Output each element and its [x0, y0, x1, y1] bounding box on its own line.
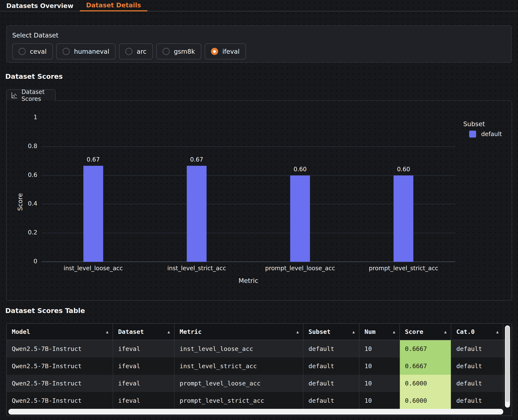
bar-prompt_level_loose_acc[interactable]	[290, 175, 310, 262]
y-tick-label: 0.8	[8, 142, 37, 150]
column-header-label: Metric	[180, 328, 202, 335]
cell-model: Qwen2.5-7B-Instruct	[7, 392, 113, 409]
gridline	[42, 233, 455, 233]
radio-option-arc[interactable]: arc	[119, 43, 153, 60]
legend-entry-label: default	[481, 131, 502, 138]
column-header-subset[interactable]: Subset ▲	[303, 324, 359, 340]
cell-metric: prompt_level_loose_acc	[175, 375, 303, 392]
cell-model: Qwen2.5-7B-Instruct	[7, 375, 113, 392]
cell-num: 10	[359, 357, 400, 375]
radio-option-gsm8k[interactable]: gsm8k	[156, 43, 201, 60]
sort-asc-icon: ▲	[444, 330, 447, 334]
select-dataset-card: Select Dataset ceval humaneval arc gsm8k…	[6, 25, 512, 63]
radio-icon	[63, 48, 70, 55]
radio-icon	[125, 48, 133, 55]
dataset-scores-chart-panel: 00.20.40.60.810.67inst_level_loose_acc0.…	[6, 100, 512, 300]
cell-subset: default	[303, 357, 359, 375]
column-header-label: Score	[405, 328, 423, 335]
radio-option-humaneval[interactable]: humaneval	[56, 43, 116, 60]
cell-num: 10	[359, 375, 400, 392]
top-tabbar: Datasets Overview Dataset Details	[0, 0, 518, 11]
x-tick-label: prompt_level_loose_acc	[245, 265, 355, 272]
radio-option-ifeval[interactable]: ifeval	[205, 43, 246, 60]
radio-option-label: arc	[137, 48, 147, 55]
cell-cat0: default	[451, 375, 503, 392]
gridline	[42, 175, 455, 176]
cell-metric: inst_level_loose_acc	[175, 340, 303, 357]
bar-inst_level_strict_acc[interactable]	[187, 166, 207, 262]
sort-asc-icon: ▲	[296, 330, 299, 334]
select-dataset-title: Select Dataset	[12, 32, 59, 39]
bar-inst_level_loose_acc[interactable]	[83, 166, 103, 262]
dataset-scores-heading: Dataset Scores	[5, 72, 63, 81]
bar-value-label: 0.60	[285, 166, 315, 173]
legend-entry-default[interactable]: default	[469, 131, 502, 138]
radio-option-label: gsm8k	[174, 48, 195, 55]
gridline	[42, 204, 455, 204]
horizontal-scrollbar[interactable]	[8, 409, 503, 414]
y-tick-label: 0	[8, 258, 37, 265]
cell-cat0: default	[451, 357, 503, 375]
column-header-label: Cat.0	[456, 328, 475, 335]
tab-datasets-overview[interactable]: Datasets Overview	[0, 0, 80, 11]
cell-subset: default	[303, 392, 359, 409]
y-tick-label: 0.2	[8, 229, 37, 236]
column-header-metric[interactable]: Metric ▲	[175, 324, 303, 340]
bar-value-label: 0.67	[79, 156, 108, 163]
cell-dataset: ifeval	[113, 375, 175, 392]
sort-asc-icon: ▲	[393, 330, 395, 334]
dataset-scores-table: Model ▲ Dataset ▲ Metric ▲ Subset ▲ Num …	[6, 323, 512, 416]
radio-icon	[163, 48, 170, 55]
column-header-label: Num	[364, 328, 376, 335]
tab-dataset-details[interactable]: Dataset Details	[80, 0, 148, 11]
cell-metric: inst_level_strict_acc	[175, 357, 303, 375]
scatter-chart-icon	[11, 92, 18, 99]
cell-score: 0.6667	[400, 357, 451, 375]
cell-num: 10	[359, 392, 400, 409]
column-header-score[interactable]: Score ▲	[400, 324, 451, 340]
cell-cat0: default	[451, 340, 503, 357]
dataset-radio-group: ceval humaneval arc gsm8k ifeval	[12, 43, 246, 60]
vertical-scrollbar[interactable]	[505, 325, 510, 408]
cell-model: Qwen2.5-7B-Instruct	[7, 340, 113, 357]
radio-option-label: ceval	[30, 48, 46, 55]
bar-prompt_level_strict_acc[interactable]	[393, 175, 413, 262]
x-tick-label: inst_level_loose_acc	[38, 265, 148, 272]
column-header-cat0[interactable]: Cat.0 ▲	[451, 324, 503, 340]
radio-option-ceval[interactable]: ceval	[12, 43, 53, 60]
sort-asc-icon: ▲	[353, 330, 355, 334]
column-header-num[interactable]: Num ▲	[359, 324, 400, 340]
chart-legend: Subset default	[463, 120, 502, 138]
cell-dataset: ifeval	[113, 340, 175, 357]
cell-metric: prompt_level_strict_acc	[175, 392, 303, 409]
x-tick-label: prompt_level_strict_acc	[349, 265, 458, 272]
bar-value-label: 0.60	[389, 166, 418, 173]
cell-num: 10	[359, 340, 400, 357]
sort-asc-icon: ▲	[106, 330, 108, 334]
radio-option-label: humaneval	[74, 48, 109, 55]
sort-asc-icon: ▲	[496, 330, 499, 334]
cell-model: Qwen2.5-7B-Instruct	[7, 357, 113, 375]
cell-cat0: default	[451, 392, 503, 409]
dataset-scores-table-heading: Dataset Scores Table	[5, 307, 85, 315]
column-header-dataset[interactable]: Dataset ▲	[113, 324, 175, 340]
dataset-details-page: Datasets Overview Dataset Details Select…	[0, 0, 518, 420]
column-header-model[interactable]: Model ▲	[7, 324, 113, 340]
radio-icon	[19, 48, 26, 55]
cell-score: 0.6000	[400, 375, 451, 392]
gridline	[42, 146, 455, 147]
bar-value-label: 0.67	[182, 156, 211, 163]
column-header-label: Model	[12, 328, 30, 335]
radio-option-label: ifeval	[222, 48, 240, 55]
chart-tab-dataset-scores[interactable]: Dataset Scores	[6, 89, 56, 101]
x-tick-label: inst_level_strict_acc	[142, 265, 252, 272]
cell-dataset: ifeval	[113, 357, 175, 375]
cell-score: 0.6000	[400, 392, 451, 409]
y-axis-title: Score	[16, 169, 24, 211]
table-grid: Model ▲ Dataset ▲ Metric ▲ Subset ▲ Num …	[7, 324, 512, 409]
column-header-label: Dataset	[118, 328, 144, 335]
chart-tab-label: Dataset Scores	[22, 89, 51, 102]
column-header-label: Subset	[309, 328, 331, 335]
vertical-scrollbar-thumb[interactable]	[506, 326, 509, 402]
plot-area: 00.20.40.60.810.67inst_level_loose_acc0.…	[42, 118, 455, 262]
